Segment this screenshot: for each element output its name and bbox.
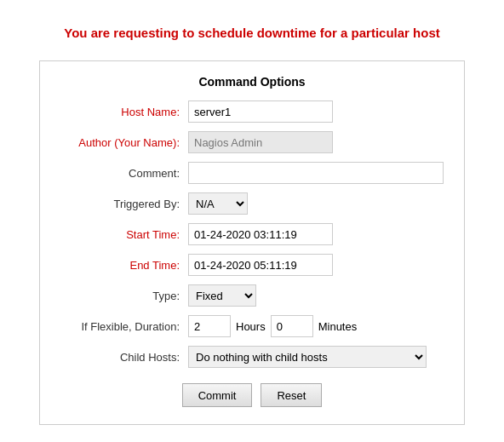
child-hosts-select[interactable]: Do nothing with child hosts Schedule dow… <box>188 346 427 368</box>
type-label: Type: <box>60 290 188 302</box>
child-hosts-label: Child Hosts: <box>60 351 188 364</box>
duration-row: If Flexible, Duration: Hours Minutes <box>60 315 444 337</box>
host-name-label: Host Name: <box>60 106 188 118</box>
command-options-box: Command Options Host Name: Author (Your … <box>39 60 465 425</box>
end-time-label: End Time: <box>60 259 188 272</box>
triggered-by-select[interactable]: N/A <box>188 192 248 215</box>
triggered-by-label: Triggered By: <box>60 198 188 210</box>
host-name-row: Host Name: <box>60 100 444 123</box>
section-title: Command Options <box>60 75 444 89</box>
page-title: You are requesting to schedule downtime … <box>64 26 439 40</box>
minutes-label: Minutes <box>318 320 358 333</box>
triggered-by-row: Triggered By: N/A <box>60 192 444 215</box>
reset-button[interactable]: Reset <box>261 383 322 407</box>
comment-row: Comment: <box>60 162 444 184</box>
start-time-input[interactable] <box>188 223 333 245</box>
hours-label: Hours <box>236 320 266 333</box>
type-select[interactable]: Fixed Flexible <box>188 284 256 307</box>
child-hosts-row: Child Hosts: Do nothing with child hosts… <box>60 346 444 368</box>
author-label: Author (Your Name): <box>60 136 188 149</box>
end-time-row: End Time: <box>60 254 444 276</box>
start-time-row: Start Time: <box>60 223 444 245</box>
end-time-input[interactable] <box>188 254 333 276</box>
author-input[interactable] <box>188 131 333 153</box>
start-time-label: Start Time: <box>60 228 188 241</box>
host-name-input[interactable] <box>188 100 333 123</box>
buttons-row: Commit Reset <box>60 383 444 407</box>
comment-label: Comment: <box>60 167 188 180</box>
duration-hours-input[interactable] <box>188 315 231 337</box>
commit-button[interactable]: Commit <box>182 383 253 407</box>
comment-input[interactable] <box>188 162 444 184</box>
duration-label: If Flexible, Duration: <box>60 320 188 333</box>
author-row: Author (Your Name): <box>60 131 444 153</box>
duration-minutes-input[interactable] <box>271 315 313 337</box>
type-row: Type: Fixed Flexible <box>60 284 444 307</box>
